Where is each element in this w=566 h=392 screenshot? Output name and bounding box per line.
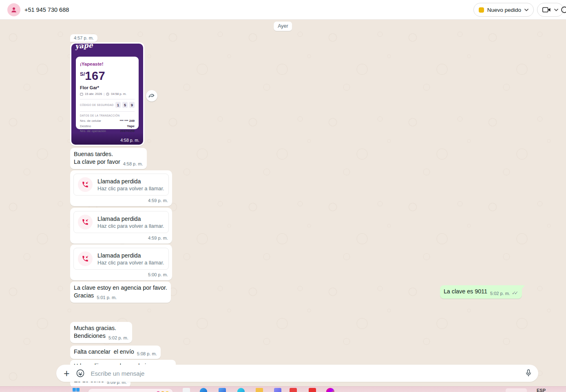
- taskbar-app-icon[interactable]: [219, 388, 226, 392]
- yape-receipt-image[interactable]: yape ¡Yapeaste! S/167 Flor Gar* 15 abr. …: [71, 44, 143, 145]
- missed-call-icon: [78, 215, 93, 229]
- calendar-icon: [80, 92, 83, 96]
- language-indicator[interactable]: ESP: [537, 388, 546, 392]
- order-label-icon: [479, 7, 484, 13]
- message-text: La clave estoy en agencia por favor. Gra…: [74, 284, 167, 299]
- security-code-row: CÓDIGO DE SEGURIDAD 1 5 9: [80, 102, 135, 108]
- chat-header: +51 945 730 688 Nuevo pedido: [0, 0, 566, 20]
- taskbar-tray-button[interactable]: [506, 388, 527, 392]
- message-timestamp: 4:59 p. m.: [73, 236, 169, 240]
- yape-logo: yape: [75, 44, 93, 50]
- contact-name[interactable]: +51 945 730 688: [24, 0, 69, 20]
- message-time-chip: 4:57 p. m.: [70, 34, 97, 42]
- video-call-button[interactable]: [537, 3, 564, 17]
- message-timestamp: 4:58 p. m.: [120, 138, 139, 143]
- message-timestamp: 4:59 p. m.: [73, 198, 169, 203]
- transaction-row: Nro. de celular*** *** 249: [80, 119, 135, 123]
- receipt-card: ¡Yapeaste! S/167 Flor Gar* 15 abr. 2026 …: [76, 57, 139, 129]
- person-icon: [10, 6, 18, 14]
- clock-icon: [106, 92, 109, 96]
- call-back-button[interactable]: Llamada perdida Haz clic para volver a l…: [73, 211, 169, 233]
- transaction-row: DestinoYape: [80, 124, 135, 128]
- contact-avatar[interactable]: [7, 3, 20, 16]
- missed-call-icon: [78, 251, 93, 266]
- receipt-image-message: yape ¡Yapeaste! S/167 Flor Gar* 15 abr. …: [70, 42, 144, 146]
- taskbar-app-icon[interactable]: [309, 388, 316, 392]
- chevron-down-icon: [554, 9, 558, 11]
- missed-call-subtitle: Haz clic para volver a llamar.: [97, 185, 164, 192]
- receipt-payee: Flor Gar*: [80, 85, 135, 90]
- taskbar-search-box[interactable]: [88, 388, 173, 392]
- call-back-button[interactable]: Llamada perdida Haz clic para volver a l…: [73, 248, 169, 270]
- receipt-title: ¡Yapeaste!: [80, 62, 135, 66]
- message-scroll-area[interactable]: Ayer 4:57 p. m. yape ¡Yapeaste! S/167 Fl…: [0, 20, 566, 386]
- taskbar-app-icon[interactable]: [200, 388, 207, 392]
- message-timestamp: 5:00 p. m.: [73, 272, 169, 277]
- taskbar-app-icon[interactable]: [256, 388, 263, 392]
- missed-call-title: Llamada perdida: [97, 252, 164, 259]
- incoming-message: Muchas gracias. Bendiciones5:02 p. m.: [70, 322, 132, 343]
- message-timestamp: 5:02 p. m.: [108, 334, 128, 342]
- missed-call-subtitle: Haz clic para volver a llamar.: [97, 223, 164, 229]
- message-input[interactable]: [91, 370, 519, 377]
- chevron-down-icon: [524, 9, 528, 11]
- receipt-amount: S/167: [80, 69, 135, 83]
- microphone-button[interactable]: [524, 369, 533, 378]
- message-timestamp: 5:01 p. m.: [97, 294, 117, 302]
- taskbar-app-icon[interactable]: [290, 388, 297, 392]
- incoming-message: Falta cancelar el envío5:08 p. m.: [70, 346, 161, 359]
- security-digit: 5: [122, 102, 128, 108]
- message-text: Falta cancelar el envío: [74, 348, 134, 355]
- taskbar-app-icon[interactable]: [237, 388, 245, 392]
- missed-call-title: Llamada perdida: [97, 216, 164, 222]
- message-composer: +: [56, 365, 538, 382]
- message-text: Buenas tardes. La clave por favor: [74, 151, 120, 165]
- outgoing-message: La clave es 90115:02 p. m.✓✓: [440, 285, 522, 299]
- call-back-button[interactable]: Llamada perdida Haz clic para volver a l…: [73, 174, 169, 196]
- message-timestamp: 5:08 p. m.: [137, 350, 157, 358]
- search-icon[interactable]: [560, 6, 566, 15]
- delivered-ticks-icon: ✓✓: [512, 289, 518, 297]
- receipt-datetime: 15 abr. 2026 | 04:58 p. m.: [80, 92, 135, 96]
- taskbar-app-icon[interactable]: [183, 388, 190, 392]
- missed-call-message: Llamada perdida Haz clic para volver a l…: [70, 208, 172, 244]
- message-timestamp: 5:02 p. m.: [490, 290, 510, 297]
- transaction-data-label: DATOS DE LA TRANSACCIÓN: [80, 114, 135, 117]
- windows-taskbar[interactable]: ESP: [0, 386, 566, 392]
- missed-call-title: Llamada perdida: [97, 178, 164, 185]
- missed-call-message: Llamada perdida Haz clic para volver a l…: [70, 170, 172, 206]
- security-digit: 1: [115, 102, 121, 108]
- taskbar-app-icon[interactable]: [326, 388, 334, 392]
- missed-call-icon: [78, 177, 93, 192]
- missed-call-message: Llamada perdida Haz clic para volver a l…: [70, 244, 172, 280]
- taskbar-app-icon[interactable]: [274, 388, 281, 392]
- message-timestamp: 4:58 p. m.: [123, 160, 143, 168]
- message-text: La clave es 9011: [444, 288, 487, 295]
- forward-message-button[interactable]: [146, 90, 157, 101]
- new-order-button[interactable]: Nuevo pedido: [473, 3, 534, 17]
- new-order-label: Nuevo pedido: [487, 7, 521, 13]
- sticker-emoji-button[interactable]: [75, 368, 85, 378]
- date-divider: Ayer: [274, 22, 292, 31]
- security-digit: 9: [129, 102, 135, 108]
- incoming-message: La clave estoy en agencia por favor. Gra…: [70, 282, 171, 303]
- attach-plus-button[interactable]: +: [64, 368, 70, 379]
- missed-call-subtitle: Haz clic para volver a llamar.: [97, 260, 164, 266]
- incoming-message: Buenas tardes. La clave por favor4:58 p.…: [70, 148, 147, 169]
- start-button-icon[interactable]: [73, 388, 80, 392]
- video-camera-icon: [542, 7, 551, 13]
